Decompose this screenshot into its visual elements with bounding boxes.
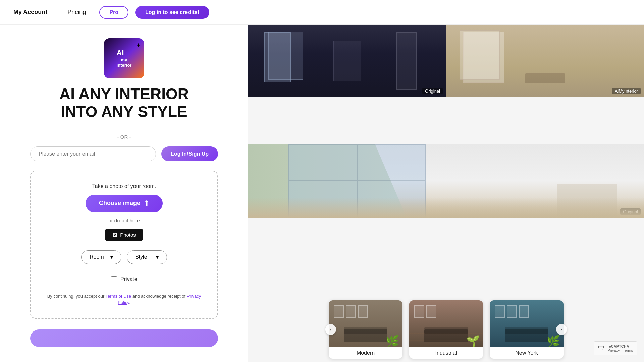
recaptcha-badge: 🛡 reCAPTCHA Privacy - Terms bbox=[594, 341, 637, 355]
glass-panel-2 bbox=[357, 144, 426, 181]
or-drop-text: or drop it here bbox=[108, 218, 140, 223]
modern-card-image: 🌿 bbox=[329, 300, 402, 347]
private-checkbox[interactable] bbox=[111, 276, 117, 282]
ny-frame-3 bbox=[519, 305, 529, 318]
email-input[interactable] bbox=[30, 146, 156, 161]
newyork-plant-icon: 🌿 bbox=[547, 335, 560, 347]
style-card-modern[interactable]: 🌿 Modern bbox=[329, 300, 402, 359]
cards-next-arrow[interactable]: › bbox=[556, 324, 567, 335]
login-signup-button[interactable]: Log In/Sign Up bbox=[161, 146, 218, 161]
modern-plant-icon: 🌿 bbox=[386, 335, 399, 347]
logo-ai-text: AI bbox=[117, 49, 132, 57]
choose-image-label: Choose image bbox=[99, 200, 140, 207]
chevron-down-icon: ▾ bbox=[110, 254, 113, 260]
pro-button[interactable]: Pro bbox=[99, 6, 128, 19]
ny-frame-2 bbox=[507, 305, 517, 318]
private-label: Private bbox=[120, 276, 137, 282]
modern-sofa bbox=[344, 329, 387, 342]
glass-panel-4 bbox=[357, 181, 426, 217]
style-dropdown-label: Style bbox=[135, 254, 147, 260]
logo: ✦ AI myinterior bbox=[104, 38, 144, 78]
light-room-bed bbox=[525, 73, 565, 83]
terms-mid: and acknowledge receipt of bbox=[131, 294, 187, 299]
recaptcha-links: Privacy - Terms bbox=[607, 348, 633, 352]
light-room-window bbox=[460, 30, 500, 80]
ai-label: AiMyInterior bbox=[612, 88, 641, 94]
frame-3 bbox=[358, 305, 368, 318]
newyork-card-image: 🌿 bbox=[490, 300, 564, 347]
left-panel: ✦ AI myinterior AI ANY INTERIOR INTO ANY… bbox=[0, 25, 248, 362]
ny-frames bbox=[495, 305, 529, 318]
right-panel: Original AiMyInterior Origina bbox=[248, 25, 644, 362]
dark-room-scene bbox=[248, 25, 446, 97]
hero-title: AI ANY INTERIOR INTO ANY STYLE bbox=[59, 85, 189, 121]
recaptcha-icon: 🛡 bbox=[598, 345, 605, 352]
room-window bbox=[264, 32, 291, 83]
light-room-scene bbox=[446, 25, 644, 97]
ind-frame-1 bbox=[414, 305, 424, 318]
newyork-scene: 🌿 bbox=[490, 300, 564, 347]
room-door bbox=[396, 32, 417, 90]
chevron-down-icon-style: ▾ bbox=[156, 254, 159, 260]
newyork-sofa bbox=[505, 329, 548, 342]
upload-instruction: Take a photo of your room. bbox=[92, 183, 156, 189]
or-divider: - OR - bbox=[117, 134, 131, 140]
style-card-newyork[interactable]: 🌿 New York bbox=[490, 300, 564, 359]
top-images-row: Original AiMyInterior bbox=[248, 25, 644, 97]
minimalist-room-scene: Original bbox=[248, 144, 644, 218]
logo-brand-text: myinterior bbox=[117, 57, 132, 68]
my-account-link[interactable]: My Account bbox=[13, 9, 47, 16]
glass-panel-1 bbox=[288, 144, 357, 181]
dropdowns-row: Room ▾ Style ▾ bbox=[81, 250, 167, 264]
room-dropdown[interactable]: Room ▾ bbox=[81, 250, 121, 264]
room-furniture bbox=[557, 184, 617, 218]
modern-scene: 🌿 bbox=[329, 300, 402, 347]
industrial-frames bbox=[414, 305, 436, 318]
hero-title-line2: INTO ANY STYLE bbox=[61, 103, 187, 120]
industrial-plant-icon: 🌱 bbox=[466, 335, 480, 347]
logo-container: ✦ AI myinterior bbox=[104, 38, 144, 78]
upload-box: Take a photo of your room. Choose image … bbox=[30, 171, 218, 319]
terms-text: By continuing, you accept our Terms of U… bbox=[44, 293, 204, 306]
middle-original-label: Original bbox=[620, 208, 641, 215]
pricing-link[interactable]: Pricing bbox=[67, 9, 86, 16]
terms-of-use-link[interactable]: Terms of Use bbox=[106, 294, 131, 299]
middle-room-image: Original bbox=[248, 144, 644, 218]
style-card-industrial[interactable]: 🌱 Industrial bbox=[409, 300, 483, 359]
industrial-scene: 🌱 bbox=[409, 300, 483, 347]
private-row: Private bbox=[111, 276, 137, 282]
login-button[interactable]: Log in to see credits! bbox=[135, 6, 209, 19]
glass-panel-3 bbox=[288, 181, 357, 217]
industrial-sofa bbox=[424, 329, 468, 342]
logo-sparkle-icon: ✦ bbox=[136, 42, 141, 49]
room-dropdown-label: Room bbox=[90, 254, 104, 260]
hero-title-line1: AI ANY INTERIOR bbox=[59, 85, 189, 103]
generate-button[interactable] bbox=[30, 329, 218, 347]
frame-2 bbox=[346, 305, 356, 318]
main-layout: ✦ AI myinterior AI ANY INTERIOR INTO ANY… bbox=[0, 25, 644, 362]
terms-suffix: . bbox=[129, 300, 130, 305]
style-cards-list: 🌿 Modern bbox=[329, 300, 564, 359]
photos-button[interactable]: 🖼 Photos bbox=[105, 229, 143, 241]
cards-prev-arrow[interactable]: ‹ bbox=[325, 324, 336, 335]
glass-doors bbox=[288, 144, 426, 218]
recaptcha-label: reCAPTCHA bbox=[607, 344, 633, 348]
photos-label: Photos bbox=[120, 232, 136, 238]
photos-icon: 🖼 bbox=[112, 232, 117, 238]
modern-card-label: Modern bbox=[329, 347, 402, 359]
modern-wall-frames bbox=[334, 305, 368, 318]
email-row: Log In/Sign Up bbox=[30, 146, 218, 161]
style-cards-wrapper: ‹ bbox=[329, 300, 564, 359]
original-label: Original bbox=[422, 88, 443, 94]
recaptcha-text: reCAPTCHA Privacy - Terms bbox=[607, 344, 633, 352]
style-dropdown[interactable]: Style ▾ bbox=[127, 250, 167, 264]
original-room-image: Original bbox=[248, 25, 446, 97]
industrial-card-label: Industrial bbox=[409, 347, 483, 359]
ind-frame-2 bbox=[426, 305, 436, 318]
style-cards-row: ‹ bbox=[248, 300, 644, 359]
ny-frame-1 bbox=[495, 305, 505, 318]
choose-image-button[interactable]: Choose image ⬆ bbox=[86, 195, 163, 212]
terms-prefix: By continuing, you accept our bbox=[47, 294, 106, 299]
newyork-card-label: New York bbox=[490, 347, 564, 359]
transformed-room-image: AiMyInterior bbox=[446, 25, 644, 97]
